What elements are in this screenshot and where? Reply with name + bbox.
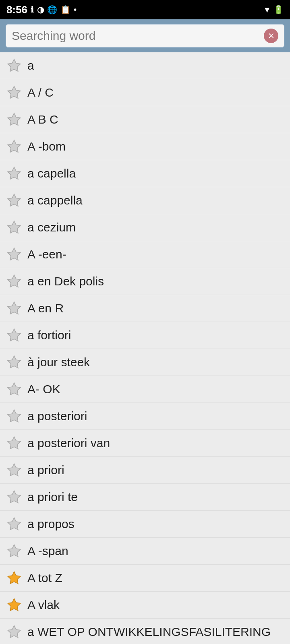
word-text: a posteriori van bbox=[27, 436, 110, 450]
star-icon[interactable] bbox=[6, 112, 22, 127]
star-icon[interactable] bbox=[6, 355, 22, 370]
clipboard-icon: 📋 bbox=[60, 5, 70, 14]
word-text: A -span bbox=[27, 544, 68, 558]
word-text: a cappella bbox=[27, 194, 83, 207]
star-icon[interactable] bbox=[6, 382, 22, 397]
word-text: A / C bbox=[27, 86, 54, 99]
list-item[interactable]: A / C bbox=[0, 79, 290, 106]
word-text: a cezium bbox=[27, 221, 76, 234]
word-list: a A / C A B C A -bom bbox=[0, 52, 290, 644]
word-text: a en Dek polis bbox=[27, 275, 104, 288]
list-item[interactable]: a capella bbox=[0, 160, 290, 187]
list-item[interactable]: A -span bbox=[0, 538, 290, 565]
star-icon[interactable] bbox=[6, 516, 22, 532]
star-icon[interactable] bbox=[6, 139, 22, 154]
word-text: A vlak bbox=[27, 598, 60, 612]
star-icon[interactable] bbox=[6, 597, 22, 613]
word-text: A en R bbox=[27, 301, 64, 315]
word-text: a capella bbox=[27, 167, 76, 180]
word-text: à jour steek bbox=[27, 355, 90, 369]
list-item[interactable]: a cappella bbox=[0, 187, 290, 214]
list-item[interactable]: A- OK bbox=[0, 376, 290, 403]
list-item[interactable]: A B C bbox=[0, 106, 290, 133]
circle-icon: ◑ bbox=[37, 5, 44, 14]
info-icon: ℹ bbox=[31, 5, 34, 14]
star-icon[interactable] bbox=[6, 543, 22, 559]
search-clear-button[interactable]: ✕ bbox=[264, 29, 278, 43]
word-text: A- OK bbox=[27, 382, 60, 396]
list-item[interactable]: à jour steek bbox=[0, 349, 290, 376]
star-icon[interactable] bbox=[6, 409, 22, 424]
globe-icon: 🌐 bbox=[47, 5, 57, 14]
word-text: a WET OP ONTWIKKELINGSFASILITERING bbox=[27, 625, 271, 639]
star-icon[interactable] bbox=[6, 462, 22, 478]
wifi-icon: ▼ bbox=[263, 5, 271, 14]
word-text: a fortiori bbox=[27, 328, 71, 342]
list-item[interactable]: a posteriori bbox=[0, 403, 290, 430]
word-text: a priori bbox=[27, 463, 64, 477]
search-input[interactable] bbox=[12, 29, 264, 43]
star-icon[interactable] bbox=[6, 58, 22, 73]
word-text: A tot Z bbox=[27, 571, 62, 585]
word-text: a priori te bbox=[27, 490, 78, 504]
list-item[interactable]: A en R bbox=[0, 295, 290, 322]
list-item[interactable]: a priori bbox=[0, 457, 290, 484]
word-text: a bbox=[27, 59, 34, 72]
list-item[interactable]: a bbox=[0, 52, 290, 79]
status-time: 8:56 bbox=[6, 4, 27, 16]
star-icon[interactable] bbox=[6, 193, 22, 208]
list-item[interactable]: A -bom bbox=[0, 133, 290, 160]
star-icon[interactable] bbox=[6, 301, 22, 316]
star-icon[interactable] bbox=[6, 489, 22, 505]
battery-icon: 🔋 bbox=[273, 5, 284, 14]
list-item[interactable]: a posteriori van bbox=[0, 430, 290, 457]
list-item[interactable]: a en Dek polis bbox=[0, 268, 290, 295]
list-item[interactable]: A -een- bbox=[0, 241, 290, 268]
word-text: A B C bbox=[27, 113, 58, 126]
star-icon[interactable] bbox=[6, 570, 22, 586]
search-input-wrap[interactable]: ✕ bbox=[6, 24, 284, 47]
list-item[interactable]: A tot Z bbox=[0, 565, 290, 592]
star-icon[interactable] bbox=[6, 220, 22, 235]
status-bar: 8:56 ℹ ◑ 🌐 📋 • ▼ 🔋 bbox=[0, 0, 290, 19]
list-item[interactable]: a WET OP ONTWIKKELINGSFASILITERING bbox=[0, 619, 290, 644]
list-item[interactable]: a fortiori bbox=[0, 322, 290, 349]
star-icon[interactable] bbox=[6, 274, 22, 289]
list-item[interactable]: a priori te bbox=[0, 484, 290, 511]
list-item[interactable]: a propos bbox=[0, 511, 290, 538]
list-item[interactable]: A vlak bbox=[0, 592, 290, 619]
word-text: a posteriori bbox=[27, 409, 87, 423]
word-text: A -een- bbox=[27, 248, 66, 261]
star-icon[interactable] bbox=[6, 85, 22, 100]
star-icon[interactable] bbox=[6, 436, 22, 451]
star-icon[interactable] bbox=[6, 624, 22, 640]
word-text: A -bom bbox=[27, 140, 66, 153]
word-text: a propos bbox=[27, 517, 75, 531]
star-icon[interactable] bbox=[6, 328, 22, 343]
list-item[interactable]: a cezium bbox=[0, 214, 290, 241]
star-icon[interactable] bbox=[6, 166, 22, 181]
star-icon[interactable] bbox=[6, 247, 22, 262]
search-bar: ✕ bbox=[0, 19, 290, 52]
dot-icon: • bbox=[74, 5, 77, 14]
